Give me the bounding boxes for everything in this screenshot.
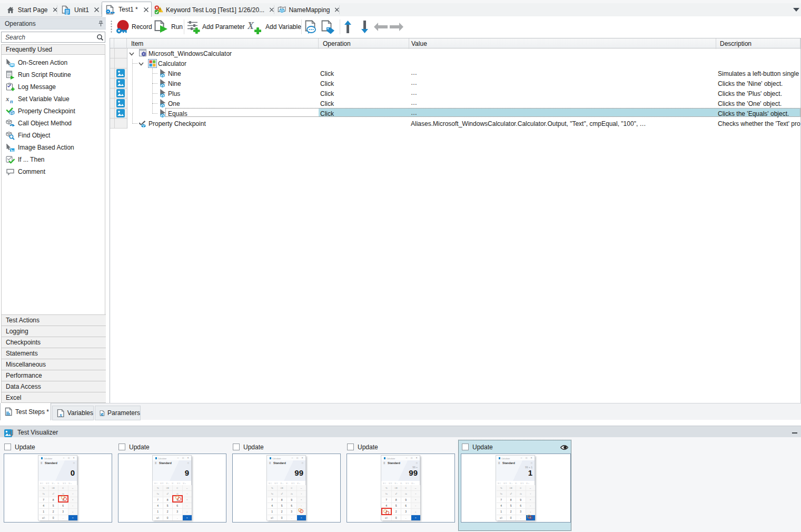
svg-text:x: x bbox=[59, 411, 62, 417]
svg-text:x: x bbox=[6, 95, 9, 103]
svg-text:X: X bbox=[248, 21, 254, 31]
svg-text:n: n bbox=[10, 98, 13, 104]
